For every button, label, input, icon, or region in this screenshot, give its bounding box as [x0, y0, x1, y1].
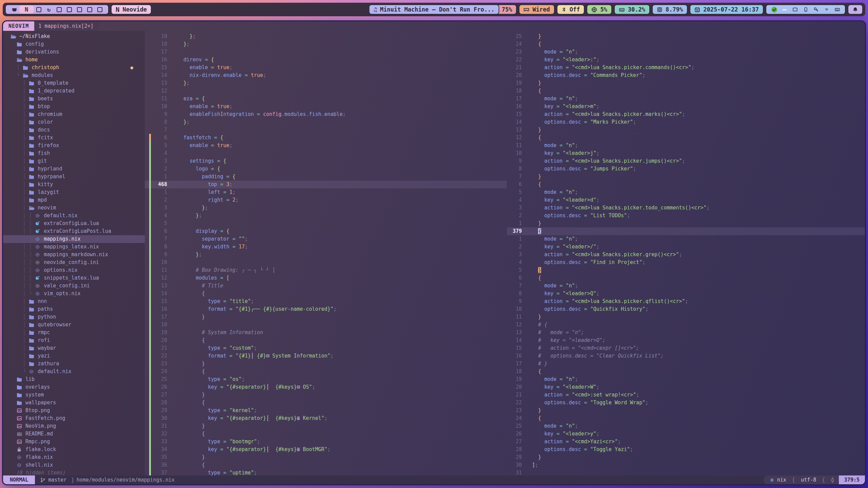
tree-item[interactable]: wallpapers [3, 399, 145, 407]
code-line[interactable]: 25 mode = "n"; [507, 422, 865, 430]
tree-item[interactable]: │ │ options.nix [3, 266, 145, 274]
code-line[interactable]: 1 left = 1; [145, 188, 507, 196]
code-line[interactable]: 30 ]; [507, 461, 865, 469]
code-line[interactable]: 21 action = "<cmd>:set wrap!<cr>"; [507, 391, 865, 399]
code-line[interactable]: 14 { [145, 290, 507, 298]
tree-item[interactable]: lib [3, 375, 145, 383]
code-line[interactable]: 9 }; [145, 251, 507, 259]
code-line[interactable]: 15 # action = "<cmd>cexpr []<cr>"; [507, 344, 865, 352]
code-line[interactable]: 36 { [145, 461, 507, 469]
tree-item[interactable]: │ chromium [3, 110, 145, 118]
code-line[interactable]: 12 [145, 87, 507, 95]
tray-triangle-icon[interactable] [823, 7, 830, 12]
tray-mustache-icon[interactable] [781, 7, 788, 12]
editor-pane-left[interactable]: 19 };18 };1716 direnv = {15 enable = tru… [145, 31, 507, 475]
tree-item[interactable]: shell.nix [3, 461, 145, 469]
code-line[interactable]: 33 type = "bootmgr"; [145, 438, 507, 446]
tree-item[interactable]: └ modules [3, 72, 145, 79]
tab-mappings-nix[interactable]: 1 mappings.nix[2+] [34, 21, 100, 31]
code-line[interactable]: 1 padding = { [145, 173, 507, 181]
code-line[interactable]: 4 [145, 149, 507, 157]
code-line[interactable]: 23 mode = "n"; [507, 48, 865, 56]
media-player-widget[interactable]: ♫ Minuit Machine – Don't Run Fro... [369, 4, 499, 15]
tree-item[interactable]: (8 hidden items) [3, 469, 145, 477]
code-line[interactable]: 16 direnv = { [145, 56, 507, 64]
cpu-widget[interactable]: 5% [587, 4, 612, 15]
code-line[interactable]: 18 { [507, 87, 865, 95]
code-line[interactable]: 35 } [145, 453, 507, 461]
code-line[interactable]: 24 { [507, 40, 865, 48]
code-line[interactable]: 30 key = "{#separator}│ {#keys}≣ Kernel"… [145, 414, 507, 422]
code-line[interactable]: 8 key.width = 17; [145, 243, 507, 251]
disk-widget[interactable]: 8.79% [652, 4, 688, 15]
tree-item[interactable]: NeoVim.png [3, 422, 145, 430]
code-line[interactable]: 13 # Title [145, 282, 507, 290]
code-line[interactable]: 20 { [145, 337, 507, 344]
code-line[interactable]: 4 options.desc = "Find in Project"; [507, 259, 865, 266]
code-line[interactable]: 16 # options.desc = "Clear Quickfix List… [507, 352, 865, 360]
tree-item[interactable]: │ hyprpanel [3, 173, 145, 181]
code-line[interactable]: 17 mode = "n"; [507, 95, 865, 103]
code-line[interactable]: 379 { [507, 227, 865, 235]
tree-item[interactable]: │ fcitx [3, 134, 145, 142]
workspace-cat[interactable] [9, 7, 19, 13]
code-line[interactable]: 6 display = { [145, 227, 507, 235]
tree-item[interactable]: overlays [3, 383, 145, 391]
bluetooth-widget[interactable]: Off [557, 4, 585, 15]
tree-item[interactable]: │ btop [3, 103, 145, 110]
code-line[interactable]: 23 } [507, 407, 865, 414]
workspace-neovide-logo[interactable]: N [19, 5, 34, 14]
code-line[interactable]: 7 } [507, 173, 865, 181]
tree-item[interactable]: │ 0_template [3, 79, 145, 87]
tree-item[interactable]: │ firefox [3, 142, 145, 149]
tray-phone-icon[interactable] [802, 7, 809, 12]
code-line[interactable]: 2 key = "<leader>/"; [507, 243, 865, 251]
tree-item[interactable]: │ yazi [3, 352, 145, 360]
code-line[interactable]: 11 # Box Drawing: ╭ ─ ╮ ╰ ╯ │ [145, 266, 507, 274]
code-line[interactable]: 11 } [507, 313, 865, 321]
tree-item[interactable]: └ default.nix [3, 368, 145, 375]
tree-item[interactable]: derivations [3, 48, 145, 56]
workspace-square[interactable] [54, 7, 64, 12]
tree-item[interactable]: │ │ default.nix [3, 212, 145, 220]
code-line[interactable]: 23 } [145, 360, 507, 368]
code-line[interactable]: 10 enable = true; [145, 103, 507, 110]
tree-item[interactable]: ~/NixFlake [3, 33, 145, 40]
code-line[interactable]: 37 type = "uptime"; [145, 469, 507, 475]
tree-item[interactable]: │ │ mappings.nix [3, 235, 145, 243]
code-line[interactable]: 31 } [145, 422, 507, 430]
tree-item[interactable]: │ hyprland [3, 165, 145, 173]
tree-item[interactable]: FastFetch.png [3, 414, 145, 422]
code-line[interactable]: 3 }; [145, 204, 507, 212]
tree-item[interactable]: │ neovim [3, 204, 145, 212]
editor-pane-right[interactable]: 25 }24 {23 mode = "n";22 key = "<leader>… [507, 31, 865, 475]
tree-item[interactable]: │ kitty [3, 181, 145, 188]
tree-item[interactable]: Btop.png [3, 407, 145, 414]
code-line[interactable]: 12 { [507, 134, 865, 142]
tree-item[interactable]: │ waybar [3, 344, 145, 352]
code-line[interactable]: 2 options.desc = "List TODOs"; [507, 212, 865, 220]
code-line[interactable]: 20 options.desc = "Commands Picker"; [507, 72, 865, 79]
tree-item[interactable]: README.md [3, 430, 145, 438]
workspace-square[interactable] [84, 7, 95, 12]
tray-window-icon[interactable] [791, 7, 799, 12]
window-title-pill[interactable]: N Neovide [111, 4, 152, 15]
tree-item[interactable]: │ fish [3, 149, 145, 157]
tree-item[interactable]: │ christoph● [3, 64, 145, 72]
code-line[interactable]: 24 { [507, 414, 865, 422]
code-line[interactable]: 21 type = "custom"; [145, 344, 507, 352]
code-line[interactable]: 28 options.desc = "Toggle Yazi"; [507, 446, 865, 453]
workspace-reload[interactable]: ↻ [44, 6, 54, 13]
code-line[interactable]: 19 } [507, 79, 865, 87]
code-line[interactable]: 16 key = "<leader>m"; [507, 103, 865, 110]
code-line[interactable]: 15 type = "title"; [145, 298, 507, 305]
tree-item[interactable]: │ │ mappings_markdown.nix [3, 251, 145, 259]
network-widget[interactable]: Wired [519, 4, 554, 15]
code-line[interactable]: 4 key = "<leader>d"; [507, 196, 865, 204]
tree-item[interactable]: system [3, 391, 145, 399]
code-line[interactable]: 22 options.desc = "Toggle Word Wrap"; [507, 399, 865, 407]
code-line[interactable]: 2 logo = { [145, 165, 507, 173]
code-line[interactable]: 15 enable = true; [145, 64, 507, 72]
code-line[interactable]: 26 key = "{#separator}│ {#keys}⊡ OS"; [145, 383, 507, 391]
tree-item[interactable]: │ color [3, 118, 145, 126]
